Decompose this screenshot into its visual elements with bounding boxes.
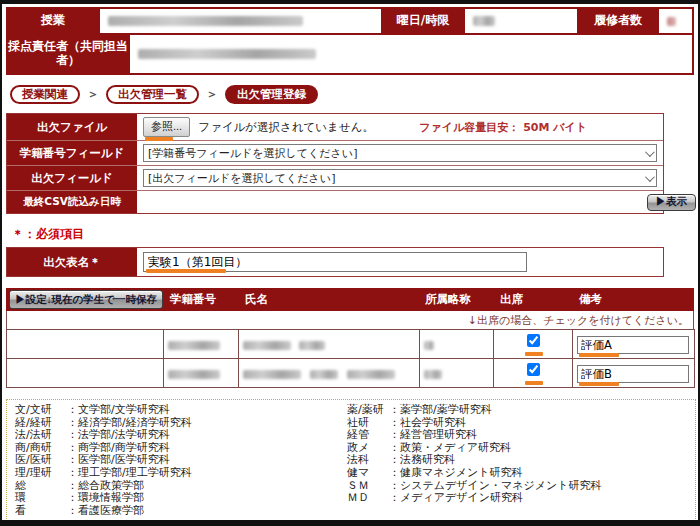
student-id-field-select[interactable]: [学籍番号フィールドを選択してください] bbox=[143, 144, 657, 162]
last-csv-label: 最終CSV読込み日時 bbox=[7, 191, 137, 213]
show-button[interactable]: ▶表示 bbox=[647, 194, 697, 211]
remark-cell bbox=[573, 359, 695, 388]
legend-separator: ： bbox=[67, 505, 78, 518]
list-item: ＭＤ：メディアデザイン研究科 bbox=[347, 492, 687, 505]
orange-annotation-sheet-name bbox=[146, 269, 226, 273]
row-action-cell bbox=[7, 359, 164, 388]
col-affiliation: 所属略称 bbox=[425, 292, 471, 307]
legend-name: 経営管理研究科 bbox=[400, 429, 477, 442]
attendance-field-select[interactable]: [出欠フィールドを選択してください] bbox=[143, 169, 657, 187]
redacted-course-title bbox=[108, 16, 303, 26]
student-id-field-selected-value: [学籍番号フィールドを選択してください] bbox=[148, 146, 357, 161]
course-label: 授業 bbox=[8, 9, 98, 33]
legend-abbr: 看 bbox=[15, 505, 67, 518]
redacted-student-name bbox=[299, 341, 325, 350]
breadcrumb-course-related[interactable]: 授業関連 bbox=[10, 85, 80, 105]
affiliation-cell bbox=[420, 330, 494, 359]
enrollment-value-cell bbox=[659, 9, 692, 33]
legend-name: 法学部/法学研究科 bbox=[78, 429, 170, 442]
col-remarks: 備考 bbox=[579, 292, 602, 307]
legend-separator: ： bbox=[67, 492, 78, 505]
no-file-text: ファイルが選択されていません。 bbox=[198, 120, 374, 135]
legend-abbr: 文/文研 bbox=[15, 404, 67, 417]
file-size-note: ファイル容量目安： 50M バイト bbox=[419, 120, 587, 135]
required-fields-note: ＊：必須項目 bbox=[12, 226, 698, 243]
day-period-value-cell bbox=[465, 9, 577, 33]
list-item: 文/文研：文学部/文学研究科 bbox=[15, 404, 347, 417]
col-attendance: 出席 bbox=[500, 292, 523, 307]
redacted-student-name bbox=[347, 370, 395, 379]
attendance-field-selected-value: [出欠フィールドを選択してください] bbox=[148, 171, 335, 186]
redacted-student-name bbox=[310, 370, 338, 379]
browse-button[interactable]: 参照... bbox=[143, 117, 190, 137]
legend-name: 理工学部/理工学研究科 bbox=[78, 467, 192, 480]
list-item: 環：環境情報学部 bbox=[15, 492, 347, 505]
legend-name: 薬学部/薬学研究科 bbox=[400, 404, 492, 417]
save-current-students-button[interactable]: ▶設定↓現在の学生で一時保存 bbox=[9, 290, 163, 309]
legend-separator: ： bbox=[67, 467, 78, 480]
legend-separator: ： bbox=[389, 492, 400, 505]
chevron-down-icon bbox=[645, 147, 655, 157]
legend-abbr: 薬/薬研 bbox=[347, 404, 389, 417]
orange-annotation-checkbox bbox=[525, 381, 543, 385]
grader-value-cell bbox=[130, 35, 692, 73]
remark-input[interactable] bbox=[577, 336, 689, 354]
list-item: 経/経研：経済学部/経済学研究科 bbox=[15, 417, 347, 430]
redacted-student-name bbox=[243, 370, 301, 379]
redacted-student-name bbox=[243, 341, 291, 350]
list-item: 総：総合政策学部 bbox=[15, 480, 347, 493]
student-name-cell bbox=[239, 330, 420, 359]
legend-abbr: 健マ bbox=[347, 467, 389, 480]
attendance-checkbox[interactable] bbox=[527, 363, 540, 376]
list-item: 看：看護医療学部 bbox=[15, 505, 347, 518]
attendance-file-label: 出欠ファイル bbox=[7, 114, 137, 140]
student-id-cell bbox=[164, 359, 239, 388]
legend-name: 看護医療学部 bbox=[78, 505, 144, 518]
redacted-student-id bbox=[168, 341, 220, 350]
redacted-day-period bbox=[473, 16, 495, 26]
legend-separator: ： bbox=[67, 429, 78, 442]
redacted-affiliation bbox=[424, 370, 442, 379]
legend-separator: ： bbox=[389, 404, 400, 417]
legend-abbr: 環 bbox=[15, 492, 67, 505]
legend-separator: ： bbox=[389, 467, 400, 480]
legend-abbr: ＭＤ bbox=[347, 492, 389, 505]
enrollment-label: 履修者数 bbox=[579, 9, 657, 33]
list-item: 経管：経営管理研究科 bbox=[347, 429, 687, 442]
redacted-grader-name bbox=[138, 49, 316, 59]
breadcrumb-attendance-register: 出欠管理登録 bbox=[225, 85, 318, 105]
list-item: 商/商研：商学部/商学研究科 bbox=[15, 442, 347, 455]
redacted-student-id bbox=[168, 370, 220, 379]
orange-annotation-checkbox bbox=[525, 352, 543, 356]
affiliation-cell bbox=[420, 359, 494, 388]
list-item: 理/理研：理工学部/理工学研究科 bbox=[15, 467, 347, 480]
orange-annotation-remark bbox=[579, 353, 619, 357]
legend-name: 健康マネジメント研究科 bbox=[400, 467, 523, 480]
grader-label: 採点責任者（共同担当者） bbox=[8, 35, 128, 73]
remark-input[interactable] bbox=[577, 365, 689, 383]
list-item: 法/法研：法学部/法学研究科 bbox=[15, 429, 347, 442]
faculty-legend: 文/文研：文学部/文学研究科 経/経研：経済学部/経済学研究科 法/法研：法学部… bbox=[6, 399, 696, 523]
breadcrumb-separator: ＞ bbox=[87, 86, 99, 103]
chevron-down-icon bbox=[645, 172, 655, 182]
student-id-cell bbox=[164, 330, 239, 359]
breadcrumb-attendance-list[interactable]: 出欠管理一覧 bbox=[106, 85, 199, 105]
legend-abbr: 理/理研 bbox=[15, 467, 67, 480]
attendance-form: 出欠ファイル 参照... ファイルが選択されていません。 ファイル容量目安： 5… bbox=[6, 113, 696, 214]
day-period-label: 曜日/時限 bbox=[383, 9, 463, 33]
last-csv-value-cell bbox=[137, 191, 663, 213]
col-student-id: 学籍番号 bbox=[170, 292, 216, 307]
breadcrumb: 授業関連 ＞ 出欠管理一覧 ＞ 出欠管理登録 bbox=[10, 85, 698, 104]
redacted-enrollment-count bbox=[667, 17, 676, 26]
table-row bbox=[7, 330, 695, 359]
attendance-field-label: 出欠フィールド bbox=[7, 166, 137, 190]
legend-abbr: 法/法研 bbox=[15, 429, 67, 442]
remark-cell bbox=[573, 330, 695, 359]
attendance-checkbox[interactable] bbox=[527, 334, 540, 347]
redacted-affiliation bbox=[424, 341, 434, 350]
course-header: 授業 曜日/時限 履修者数 採点責任者（共同担当者） bbox=[6, 7, 694, 75]
attendance-registration-page: 授業 曜日/時限 履修者数 採点責任者（共同担当者） 授業関連 ＞ 出欠管理一覧… bbox=[0, 0, 700, 526]
legend-name: メディアデザイン研究科 bbox=[400, 492, 523, 505]
students-table-header: ▶設定↓現在の学生で一時保存 学籍番号 氏名 所属略称 出席 備考 bbox=[6, 288, 694, 311]
breadcrumb-separator: ＞ bbox=[206, 86, 218, 103]
